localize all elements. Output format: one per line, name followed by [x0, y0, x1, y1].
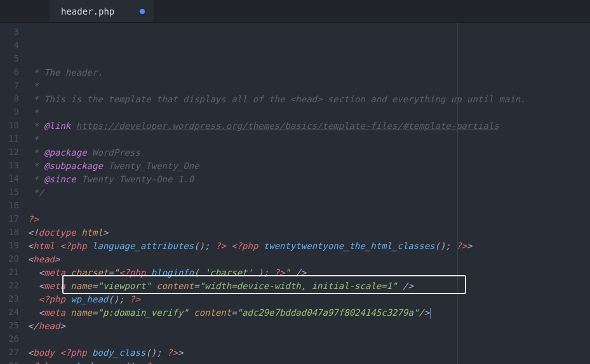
tab-bar-spacer [0, 0, 50, 22]
token: <?php [60, 241, 92, 251]
token: * [28, 121, 44, 131]
token: @subpackage [44, 161, 103, 171]
token: > [467, 241, 472, 251]
code-line[interactable]: * The header. [28, 66, 590, 79]
token: /> [398, 281, 413, 291]
code-line[interactable]: <meta name="p:domain_verify" content="ad… [28, 306, 590, 320]
token: (); [145, 347, 167, 358]
token: "width=device-width, initial-scale=1" [199, 281, 398, 291]
token: (); [108, 294, 130, 304]
token: ?> [215, 241, 226, 251]
token: bloginfo [151, 267, 194, 278]
line-number: 10 [0, 119, 28, 132]
token: charset [70, 267, 108, 278]
token: <?php [119, 267, 151, 278]
token: https://developer.wordpress.org/themes/b… [76, 121, 499, 131]
token: ( [194, 267, 204, 278]
token: meta [44, 307, 70, 318]
token: doctype [39, 227, 81, 238]
code-line[interactable]: * [28, 133, 590, 146]
token: <?php [39, 294, 71, 304]
token [189, 307, 194, 318]
token: <?php [60, 347, 92, 358]
line-number: 26 [0, 332, 28, 346]
code-line[interactable]: <html <?php language_attributes(); ?> <?… [28, 239, 590, 253]
token: </ [28, 321, 39, 331]
token: * [28, 107, 39, 118]
token [151, 281, 156, 291]
token: * [28, 81, 39, 91]
token [226, 241, 231, 251]
code-line[interactable]: <meta charset="<?php bloginfo( 'charset'… [28, 266, 590, 280]
line-number: 8 [0, 92, 28, 105]
token: body_class [92, 347, 145, 358]
code-line[interactable]: <?php wp_body_open(); ?> [28, 360, 590, 364]
line-number: 25 [0, 319, 28, 332]
code-line[interactable]: * @link https://developer.wordpress.org/… [28, 119, 590, 133]
token: (); [194, 241, 215, 251]
token: <! [28, 227, 39, 238]
token: * [28, 147, 44, 158]
token: @link [44, 121, 70, 131]
token: > [178, 347, 183, 358]
token: content [194, 307, 231, 318]
code-line[interactable]: <meta name="viewport" content="width=dev… [28, 280, 590, 293]
line-number: 15 [0, 185, 28, 199]
tab-header-php[interactable]: header.php [50, 0, 154, 22]
token: head [33, 254, 55, 264]
token: (); [435, 241, 457, 251]
line-number: 28 [0, 359, 28, 364]
token: name [70, 307, 92, 318]
token: > [55, 254, 60, 264]
token: twentytwentyone_the_html_classes [264, 241, 435, 251]
line-number-gutter: 3456789101112131415161718192021222324252… [0, 23, 28, 364]
token: ?> [274, 267, 285, 278]
token: html [81, 227, 103, 238]
code-line[interactable]: </head> [28, 320, 590, 333]
code-line[interactable]: ?> [28, 213, 590, 226]
code-line[interactable]: <head> [28, 253, 590, 266]
token: /> [419, 307, 429, 318]
tab-filename: header.php [61, 6, 114, 17]
line-number: 14 [0, 172, 28, 185]
line-number: 7 [0, 79, 28, 92]
code-line[interactable]: * @subpackage Twenty_Twenty_One [28, 159, 590, 173]
token: body [33, 347, 60, 358]
code-line[interactable]: * This is the template that displays all… [28, 93, 590, 106]
token [70, 121, 76, 131]
token: @since [44, 174, 76, 184]
code-line[interactable]: * [28, 79, 590, 93]
line-number: 19 [0, 239, 28, 252]
token: "viewport" [97, 281, 151, 291]
code-line[interactable]: <body <?php body_class(); ?>> [28, 346, 590, 360]
code-line[interactable]: <?php wp_head(); ?> [28, 293, 590, 306]
code-line[interactable] [28, 199, 590, 213]
code-line[interactable]: <!doctype html> [28, 226, 590, 239]
token: Twenty_Twenty_One [103, 161, 199, 171]
token: Twenty Twenty-One 1.0 [76, 174, 194, 184]
token: wp_body_open [60, 361, 124, 364]
line-number: 13 [0, 159, 28, 172]
token: @package [44, 147, 86, 158]
modified-indicator-icon [140, 9, 145, 14]
token: < [28, 267, 44, 278]
token: meta [44, 267, 70, 278]
code-line[interactable]: */ [28, 186, 590, 199]
token: * [28, 134, 39, 144]
code-line[interactable]: * @package WordPress [28, 146, 590, 159]
line-number: 23 [0, 292, 28, 306]
code-area[interactable]: * The header. * * This is the template t… [28, 23, 590, 364]
token: < [28, 281, 44, 291]
line-number: 18 [0, 226, 28, 239]
code-line[interactable] [28, 333, 590, 346]
code-line[interactable]: * [28, 106, 590, 119]
code-editor[interactable]: 3456789101112131415161718192021222324252… [0, 23, 590, 364]
code-line[interactable]: * @since Twenty Twenty-One 1.0 [28, 173, 590, 186]
line-number: 11 [0, 132, 28, 145]
line-number: 4 [0, 39, 28, 52]
token [28, 294, 39, 304]
line-number: 22 [0, 279, 28, 292]
token: ?> [145, 361, 156, 364]
token: ?> [167, 347, 178, 358]
line-number: 6 [0, 65, 28, 79]
